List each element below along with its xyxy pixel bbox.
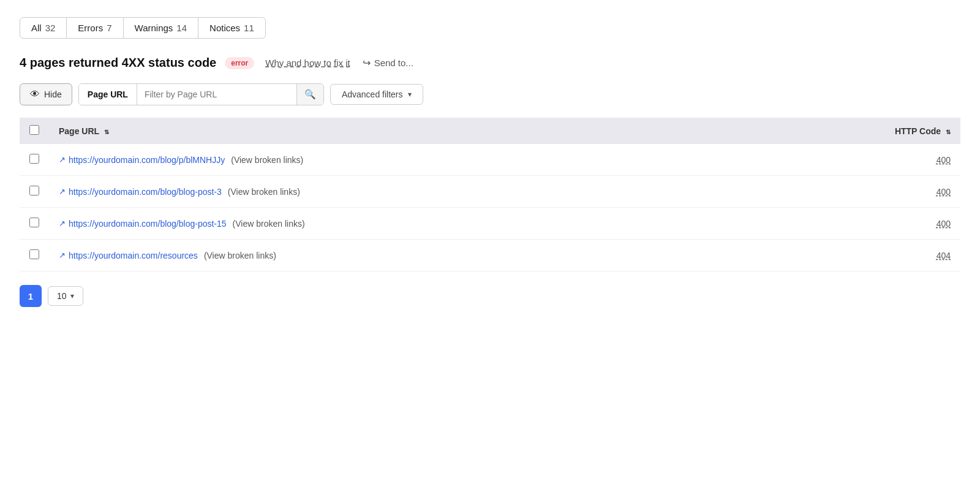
pagination: 1 10 ▾ bbox=[20, 285, 960, 307]
tab-label: Warnings bbox=[135, 23, 173, 33]
search-button[interactable]: 🔍 bbox=[296, 84, 323, 105]
filter-tab-warnings[interactable]: Warnings14 bbox=[123, 17, 199, 39]
row-checkbox-1[interactable] bbox=[29, 186, 39, 195]
table-header-row: Page URL ⇅ HTTP Code ⇅ bbox=[20, 118, 960, 144]
hide-label: Hide bbox=[44, 89, 62, 99]
table-row: ↗ https://yourdomain.com/blog/blog-post-… bbox=[20, 176, 960, 208]
url-filter-group: Page URL 🔍 bbox=[78, 83, 324, 105]
table-row: ↗ https://yourdomain.com/blog/p/blMNHJJy… bbox=[20, 144, 960, 176]
advanced-filters-button[interactable]: Advanced filters ▾ bbox=[330, 84, 423, 105]
view-broken-links[interactable]: (View broken links) bbox=[228, 187, 300, 197]
row-url-text: https://yourdomain.com/resources bbox=[69, 251, 198, 260]
row-url-link[interactable]: ↗ https://yourdomain.com/resources bbox=[59, 251, 198, 260]
tab-label: All bbox=[31, 23, 42, 33]
issue-header: 4 pages returned 4XX status code error W… bbox=[20, 56, 960, 70]
tab-count: 32 bbox=[45, 23, 56, 33]
tab-count: 11 bbox=[244, 23, 254, 33]
row-url-text: https://yourdomain.com/blog/blog-post-15 bbox=[69, 219, 227, 229]
table-row: ↗ https://yourdomain.com/blog/blog-post-… bbox=[20, 208, 960, 240]
header-checkbox-cell bbox=[20, 118, 49, 144]
chevron-down-icon: ▾ bbox=[408, 90, 412, 99]
url-filter-input[interactable] bbox=[137, 84, 296, 105]
toolbar: 👁 Hide Page URL 🔍 Advanced filters ▾ bbox=[20, 83, 960, 105]
row-http-code: 400 bbox=[759, 144, 960, 176]
url-filter-label: Page URL bbox=[79, 84, 137, 105]
row-http-code: 404 bbox=[759, 240, 960, 271]
row-checkbox-cell bbox=[20, 176, 49, 208]
row-checkbox-cell bbox=[20, 240, 49, 271]
per-page-select[interactable]: 10 ▾ bbox=[48, 286, 83, 306]
view-broken-links[interactable]: (View broken links) bbox=[204, 251, 276, 260]
select-all-checkbox[interactable] bbox=[29, 125, 39, 135]
per-page-chevron-icon: ▾ bbox=[70, 292, 74, 300]
send-to-arrow-icon: ↪ bbox=[363, 57, 371, 69]
eye-icon: 👁 bbox=[30, 89, 40, 100]
row-url-link[interactable]: ↗ https://yourdomain.com/blog/p/blMNHJJy bbox=[59, 155, 225, 165]
row-url-cell: ↗ https://yourdomain.com/blog/blog-post-… bbox=[49, 176, 759, 208]
row-http-code: 400 bbox=[759, 176, 960, 208]
issue-title: 4 pages returned 4XX status code bbox=[20, 56, 216, 70]
row-checkbox-0[interactable] bbox=[29, 154, 39, 164]
row-url-cell: ↗ https://yourdomain.com/blog/p/blMNHJJy… bbox=[49, 144, 759, 176]
external-link-icon: ↗ bbox=[59, 155, 66, 164]
hide-button[interactable]: 👁 Hide bbox=[20, 83, 72, 105]
data-table: Page URL ⇅ HTTP Code ⇅ ↗ https://yourdom… bbox=[20, 118, 960, 271]
row-checkbox-cell bbox=[20, 144, 49, 176]
external-link-icon: ↗ bbox=[59, 251, 66, 260]
tab-count: 7 bbox=[107, 23, 111, 33]
row-checkbox-2[interactable] bbox=[29, 218, 39, 227]
table-row: ↗ https://yourdomain.com/resources (View… bbox=[20, 240, 960, 271]
send-to-label: Send to... bbox=[374, 58, 413, 68]
view-broken-links[interactable]: (View broken links) bbox=[231, 155, 303, 165]
col-header-http-code[interactable]: HTTP Code ⇅ bbox=[759, 118, 960, 144]
advanced-filters-label: Advanced filters bbox=[342, 89, 403, 99]
row-url-link[interactable]: ↗ https://yourdomain.com/blog/blog-post-… bbox=[59, 187, 222, 197]
tab-label: Notices bbox=[209, 23, 240, 33]
col-header-page-url[interactable]: Page URL ⇅ bbox=[49, 118, 759, 144]
page-1-button[interactable]: 1 bbox=[20, 285, 42, 307]
row-url-link[interactable]: ↗ https://yourdomain.com/blog/blog-post-… bbox=[59, 219, 227, 229]
row-url-cell: ↗ https://yourdomain.com/resources (View… bbox=[49, 240, 759, 271]
external-link-icon: ↗ bbox=[59, 219, 66, 228]
fix-link[interactable]: Why and how to fix it bbox=[265, 58, 350, 68]
filter-tab-notices[interactable]: Notices11 bbox=[198, 17, 266, 39]
external-link-icon: ↗ bbox=[59, 187, 66, 196]
row-checkbox-3[interactable] bbox=[29, 249, 39, 259]
filter-tabs: All32Errors7Warnings14Notices11 bbox=[20, 17, 960, 39]
sort-icon-url: ⇅ bbox=[104, 129, 109, 135]
send-to-button[interactable]: ↪ Send to... bbox=[363, 57, 413, 69]
row-url-cell: ↗ https://yourdomain.com/blog/blog-post-… bbox=[49, 208, 759, 240]
tab-count: 14 bbox=[176, 23, 187, 33]
row-checkbox-cell bbox=[20, 208, 49, 240]
filter-tab-all[interactable]: All32 bbox=[20, 17, 67, 39]
sort-icon-http: ⇅ bbox=[946, 129, 951, 135]
view-broken-links[interactable]: (View broken links) bbox=[233, 219, 305, 229]
row-http-code: 400 bbox=[759, 208, 960, 240]
search-icon: 🔍 bbox=[304, 89, 316, 100]
row-url-text: https://yourdomain.com/blog/p/blMNHJJy bbox=[69, 155, 225, 165]
filter-tab-errors[interactable]: Errors7 bbox=[66, 17, 123, 39]
tab-label: Errors bbox=[78, 23, 103, 33]
error-badge: error bbox=[225, 57, 254, 69]
row-url-text: https://yourdomain.com/blog/blog-post-3 bbox=[69, 187, 222, 197]
